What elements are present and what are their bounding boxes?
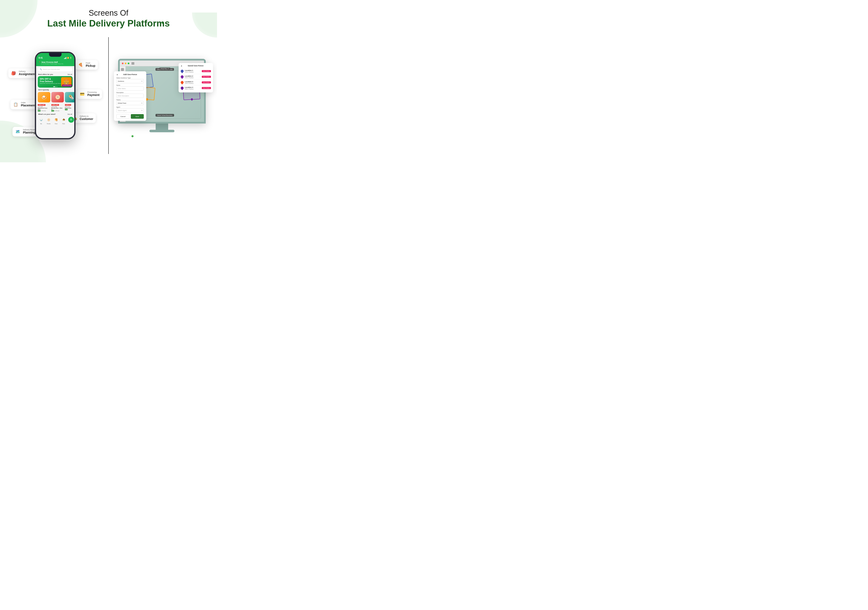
modal-name-field: Name Enter Name — [116, 85, 144, 91]
see-all-link[interactable]: See all — [68, 74, 72, 75]
location-item-4: Location 4 28Km Radius View Radius — [181, 85, 211, 91]
teams-arrow: ▾ — [141, 102, 142, 104]
view-radius-btn-4[interactable]: View Radius — [202, 87, 211, 89]
carousel-dots — [53, 87, 57, 87]
location-info-1: Location 1 10Km Radius — [185, 70, 201, 73]
agent-label: Agent — [116, 107, 144, 108]
phone-time: 9:41 — [39, 57, 43, 59]
page-header: Screens Of Last Mile Delivery Platforms — [0, 0, 217, 33]
phone-search[interactable]: 🔍 Search your favourite dish — [38, 67, 73, 71]
route-plan-label: Route Plan - 5 — [159, 68, 170, 70]
see-all-food[interactable]: See all — [68, 113, 72, 115]
name-placeholder: Enter Name — [118, 88, 126, 89]
page-title-line2: Last Mile Delivery Platforms — [0, 18, 217, 29]
teams-value: Default Team — [118, 102, 126, 104]
location-item-2: Location 2 23Km Radius View Radius — [181, 74, 211, 80]
badge-processing-payment-icon: 💳 — [79, 91, 86, 98]
saved-geofence-panel: ▲ Saved Geo-Fence Location 1 10Km Radius… — [178, 63, 213, 93]
toolbar-minimize[interactable] — [125, 63, 126, 64]
phone-banner: 50% OFF & Free Delivery Seize this amazi… — [38, 76, 73, 88]
badge-delivery-assignment: 🎒 Delivery Assignment — [8, 68, 38, 78]
food-cards-row: 🍛 150% OFF UPTO ₹80 Nagerkovil Arya Bha.… — [36, 91, 74, 113]
page-title-line1: Screens Of — [0, 8, 217, 18]
agent-arrow: ▾ — [141, 110, 142, 111]
badge-delivery-assignment-text: Delivery Assignment — [19, 71, 36, 76]
badge-delivery-assignment-icon: 🎒 — [10, 70, 17, 77]
geofence-type-select[interactable]: Geofence ▾ — [116, 79, 144, 83]
add-geofence-modal: ▲ Add Geo-Fence Select Geofence Type Geo… — [114, 71, 146, 121]
description-label: Description — [116, 92, 144, 93]
location-info-3: Location 3 16Km Radius — [185, 81, 201, 84]
location-item-3: Location 3 16Km Radius View Radius — [181, 80, 211, 85]
badge-processing-payment: 💳 Processing Payment — [77, 89, 102, 99]
badge-order-placement-text: Order Placement — [21, 102, 36, 107]
map-pin-purple — [190, 98, 193, 101]
teams-label: Teams — [116, 99, 144, 101]
toolbar-fullscreen[interactable] — [128, 63, 129, 64]
teams-select[interactable]: Default Team ▾ — [116, 101, 144, 105]
modal-collapse-icon: ▲ — [116, 73, 118, 76]
description-input[interactable]: Enter Description — [116, 94, 144, 98]
modal-description-field: Description Enter Description — [116, 92, 144, 98]
agent-select[interactable]: Search Agent ▾ — [116, 108, 144, 113]
agent-placeholder: Search Agent — [118, 110, 127, 111]
desktop-stand-base — [149, 130, 174, 132]
save-button[interactable]: Save — [131, 114, 144, 119]
description-placeholder: Enter Description — [118, 95, 129, 97]
left-phone-section: 🎒 Delivery Assignment 🍕 Food Pickup 💳 Pr… — [6, 35, 104, 156]
location-pin-4 — [180, 86, 184, 90]
modal-title: Add Geo-Fence — [123, 73, 137, 76]
badge-order-placement: 📋 Order Placement — [11, 100, 38, 109]
badge-delivery-customer-text: Delivery to Customer — [80, 115, 93, 121]
banner-badge: Lunchca And Thai — [62, 85, 72, 87]
saved-boundary-label: Saved Virtual Boundary — [155, 114, 174, 117]
badge-delivery-route-text: Delivery Route Planning — [23, 129, 35, 134]
modal-buttons: Cancel Save — [116, 114, 144, 119]
badge-food-pickup: 🍕 Food Pickup — [75, 60, 98, 70]
whats-on-your-mind-header: What's on your mind? See all — [36, 113, 74, 116]
badge-delivery-route: 🗺️ Delivery Route Planning — [12, 127, 38, 136]
cancel-button[interactable]: Cancel — [116, 114, 130, 119]
phone-location-row: 📍 Near Prozone Mall — [39, 61, 72, 63]
phone-location-sub: Jl. Ex Bandara, Pademangan Timur, Pa... — [39, 63, 72, 65]
food-card-3: 🌯 125% O UPTO ₹49 Kaati Zone 4.0 — [65, 92, 74, 111]
phone-notch — [49, 53, 62, 57]
view-radius-btn-2[interactable]: View Radius — [202, 76, 211, 78]
section-divider — [108, 37, 109, 154]
location-pin-2 — [180, 75, 184, 79]
modal-title-row: ▲ Add Geo-Fence — [116, 73, 144, 76]
modal-agent-field: Agent Search Agent ▾ — [116, 107, 144, 113]
modal-teams-field: Teams Default Team ▾ — [116, 99, 144, 105]
panel-title-row: ▲ Saved Geo-Fence — [181, 65, 211, 67]
badge-food-pickup-icon: 🍕 — [77, 61, 84, 68]
toolbar-close[interactable] — [122, 63, 124, 64]
phone-search-placeholder: Search your favourite dish — [43, 69, 60, 70]
badge-processing-payment-text: Processing Payment — [87, 91, 99, 97]
phone-status-icons: 📶 🔋 — [64, 57, 72, 59]
desktop-stand-neck — [156, 124, 168, 130]
best-offers-label: Best offers for you — [38, 73, 53, 75]
hamburger-menu[interactable] — [132, 62, 134, 65]
badge-food-pickup-text: Food Pickup — [86, 62, 95, 68]
badge-order-placement-icon: 📋 — [12, 101, 19, 108]
food-icon-parotta: 🫓 Parotta — [46, 117, 51, 124]
phone-location-name: Near Prozone Mall — [42, 61, 58, 63]
view-radius-btn-1[interactable]: View Radius — [202, 70, 211, 72]
food-icon-more: R — [68, 117, 74, 124]
right-desktop-section: ▲ Add Geo-Fence Select Geofence Type Geo… — [113, 35, 211, 156]
food-icon-idly: 🍚 Idly — [38, 117, 44, 124]
desktop-mockup: ▲ Add Geo-Fence Select Geofence Type Geo… — [118, 59, 206, 132]
get-quickly-label: Get it Quickly — [36, 88, 74, 91]
food-icon-puttu: 🧆 Puttu — [61, 117, 67, 124]
location-pin-1 — [180, 69, 184, 73]
phone-screen: 9:41 📶 🔋 📍 — [36, 53, 74, 138]
location-item-1: Location 1 10Km Radius View Radius — [181, 68, 211, 74]
geofence-type-value: Geofence — [118, 81, 124, 82]
view-radius-btn-3[interactable]: View Radius — [202, 81, 211, 84]
location-info-2: Location 2 23Km Radius — [185, 75, 201, 79]
main-content: 🎒 Delivery Assignment 🍕 Food Pickup 💳 Pr… — [0, 33, 217, 162]
sidebar-item-1[interactable] — [121, 68, 124, 71]
food-card-2: 🫓 150% OFF UPTO ₹499 Paratha Box - Desi … — [51, 92, 64, 111]
name-input[interactable]: Enter Name — [116, 87, 144, 91]
phone-mockup: 9:41 📶 🔋 📍 — [35, 52, 76, 139]
